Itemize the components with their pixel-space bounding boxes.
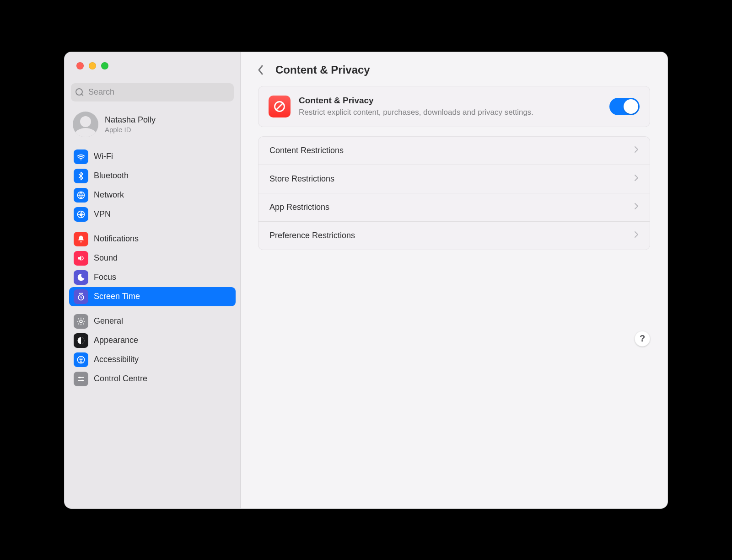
- account-row[interactable]: Natasha Polly Apple ID: [65, 107, 240, 144]
- sidebar-item-label: Screen Time: [94, 292, 140, 301]
- main-content: Content & Privacy Content & Privacy Rest…: [241, 52, 667, 508]
- content-privacy-card: Content & Privacy Restrict explicit cont…: [258, 86, 650, 128]
- svg-point-0: [81, 159, 81, 160]
- sidebar-item-label: Focus: [94, 272, 116, 282]
- sidebar-item-label: Control Centre: [94, 374, 147, 384]
- search-input[interactable]: [87, 87, 229, 97]
- row-label: App Restrictions: [269, 203, 329, 212]
- sidebar-item-label: Notifications: [94, 234, 139, 244]
- svg-point-8: [81, 357, 82, 359]
- chevron-right-icon: [634, 231, 639, 240]
- sidebar-item-label: Network: [94, 190, 124, 200]
- sidebar-item-label: Accessibility: [94, 355, 139, 364]
- vpn-icon: [74, 207, 88, 222]
- row-app-restrictions[interactable]: App Restrictions: [258, 193, 650, 221]
- search-field[interactable]: [71, 83, 234, 101]
- sidebar-item-control-centre[interactable]: Control Centre: [69, 369, 236, 389]
- general-icon: [74, 314, 88, 329]
- sidebar-item-general[interactable]: General: [69, 312, 236, 331]
- content-privacy-desc: Restrict explicit content, purchases, do…: [299, 107, 555, 118]
- sidebar-item-bluetooth[interactable]: Bluetooth: [69, 166, 236, 186]
- sidebar-item-focus[interactable]: Focus: [69, 268, 236, 287]
- header: Content & Privacy: [241, 52, 667, 86]
- settings-window: Natasha Polly Apple ID Wi-Fi: [64, 52, 668, 509]
- sidebar-item-label: Sound: [94, 253, 118, 263]
- restrictions-list: Content Restrictions Store Restrictions: [258, 136, 650, 250]
- svg-rect-3: [80, 214, 82, 216]
- svg-point-5: [80, 320, 82, 323]
- sidebar-item-network[interactable]: Network: [69, 186, 236, 205]
- help-label: ?: [640, 333, 645, 344]
- svg-point-9: [79, 376, 81, 378]
- back-button[interactable]: [253, 63, 267, 77]
- sidebar-item-sound[interactable]: Sound: [69, 249, 236, 268]
- wifi-icon: [74, 149, 88, 164]
- network-icon: [74, 188, 88, 203]
- sidebar-item-label: Wi-Fi: [94, 152, 113, 161]
- row-store-restrictions[interactable]: Store Restrictions: [258, 165, 650, 193]
- sidebar-item-accessibility[interactable]: Accessibility: [69, 350, 236, 369]
- minimize-window-button[interactable]: [89, 62, 96, 69]
- zoom-window-button[interactable]: [101, 62, 108, 69]
- content-privacy-title: Content & Privacy: [299, 96, 601, 106]
- control-centre-icon: [74, 372, 88, 386]
- chevron-right-icon: [634, 146, 639, 155]
- notifications-icon: [74, 232, 88, 246]
- row-preference-restrictions[interactable]: Preference Restrictions: [258, 221, 650, 250]
- screen-time-icon: [74, 289, 88, 304]
- sidebar-item-label: VPN: [94, 209, 111, 219]
- sidebar-nav: Wi-Fi Bluetooth Network: [65, 144, 240, 391]
- sidebar-item-notifications[interactable]: Notifications: [69, 229, 236, 249]
- window-controls: [65, 52, 240, 75]
- help-button[interactable]: ?: [635, 331, 650, 347]
- sidebar-item-wifi[interactable]: Wi-Fi: [69, 147, 236, 166]
- avatar: [73, 112, 98, 137]
- appearance-icon: [74, 333, 88, 348]
- sidebar: Natasha Polly Apple ID Wi-Fi: [65, 52, 241, 508]
- sound-icon: [74, 251, 88, 266]
- page-title: Content & Privacy: [275, 64, 370, 76]
- account-name: Natasha Polly: [105, 115, 156, 125]
- sidebar-item-appearance[interactable]: Appearance: [69, 331, 236, 350]
- accessibility-icon: [74, 352, 88, 367]
- bluetooth-icon: [74, 169, 88, 183]
- content-privacy-toggle[interactable]: [609, 98, 640, 115]
- content-privacy-icon: [269, 96, 291, 117]
- sidebar-item-label: Bluetooth: [94, 171, 129, 181]
- sidebar-item-screen-time[interactable]: Screen Time: [69, 287, 236, 306]
- sidebar-item-label: General: [94, 316, 123, 326]
- row-content-restrictions[interactable]: Content Restrictions: [258, 137, 650, 165]
- chevron-right-icon: [634, 203, 639, 212]
- focus-icon: [74, 270, 88, 285]
- close-window-button[interactable]: [76, 62, 84, 69]
- sidebar-item-vpn[interactable]: VPN: [69, 205, 236, 224]
- row-label: Content Restrictions: [269, 146, 344, 155]
- chevron-right-icon: [634, 174, 639, 184]
- row-label: Store Restrictions: [269, 174, 334, 184]
- sidebar-item-label: Appearance: [94, 336, 138, 345]
- row-label: Preference Restrictions: [269, 231, 355, 240]
- account-subtitle: Apple ID: [105, 126, 156, 133]
- search-icon: [75, 88, 84, 96]
- svg-point-10: [81, 379, 83, 381]
